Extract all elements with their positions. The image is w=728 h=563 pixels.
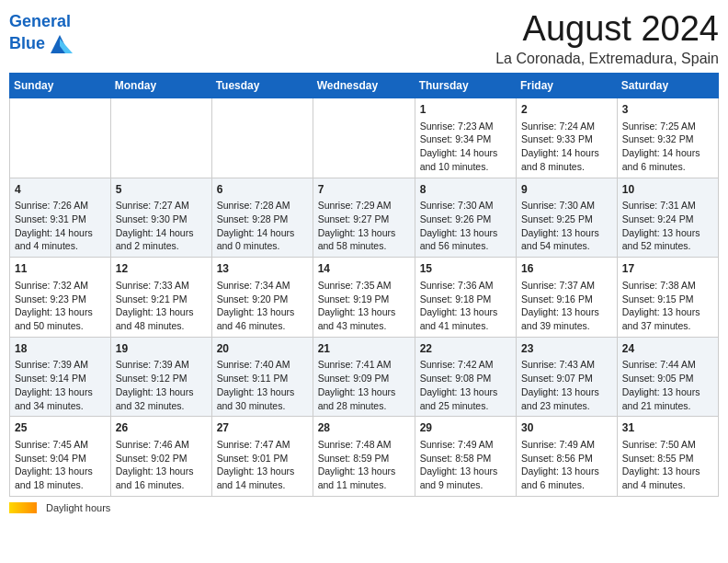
calendar-cell: 29Sunrise: 7:49 AMSunset: 8:58 PMDayligh… xyxy=(415,417,516,497)
weekday-header-friday: Friday xyxy=(517,74,618,98)
weekday-header-tuesday: Tuesday xyxy=(211,74,313,98)
calendar-cell: 6Sunrise: 7:28 AMSunset: 9:28 PMDaylight… xyxy=(211,178,313,258)
calendar-cell: 2Sunrise: 7:24 AMSunset: 9:33 PMDaylight… xyxy=(517,98,618,178)
day-number: 10 xyxy=(622,182,713,198)
day-info: Sunrise: 7:47 AMSunset: 9:01 PMDaylight:… xyxy=(217,438,308,492)
calendar-cell: 14Sunrise: 7:35 AMSunset: 9:19 PMDayligh… xyxy=(313,258,415,338)
day-number: 15 xyxy=(420,261,511,277)
day-info: Sunrise: 7:39 AMSunset: 9:12 PMDaylight:… xyxy=(116,358,207,412)
day-number: 17 xyxy=(622,261,713,277)
day-number: 19 xyxy=(116,341,207,357)
calendar-table: SundayMondayTuesdayWednesdayThursdayFrid… xyxy=(9,73,719,497)
day-info: Sunrise: 7:40 AMSunset: 9:11 PMDaylight:… xyxy=(217,358,308,412)
calendar-week-row: 1Sunrise: 7:23 AMSunset: 9:34 PMDaylight… xyxy=(10,98,719,178)
day-number: 4 xyxy=(15,182,106,198)
day-number: 8 xyxy=(420,182,511,198)
day-info: Sunrise: 7:49 AMSunset: 8:56 PMDaylight:… xyxy=(521,438,612,492)
location-subtitle: La Coronada, Extremadura, Spain xyxy=(495,51,719,67)
day-info: Sunrise: 7:36 AMSunset: 9:18 PMDaylight:… xyxy=(420,279,511,333)
day-number: 6 xyxy=(217,182,308,198)
footer: Daylight hours xyxy=(9,502,719,513)
calendar-cell: 19Sunrise: 7:39 AMSunset: 9:12 PMDayligh… xyxy=(110,337,211,417)
calendar-cell xyxy=(10,98,111,178)
day-number: 27 xyxy=(217,420,308,436)
day-info: Sunrise: 7:48 AMSunset: 8:59 PMDaylight:… xyxy=(318,438,410,492)
day-info: Sunrise: 7:42 AMSunset: 9:08 PMDaylight:… xyxy=(420,358,511,412)
day-number: 11 xyxy=(15,261,106,277)
day-number: 26 xyxy=(116,420,207,436)
day-info: Sunrise: 7:45 AMSunset: 9:04 PMDaylight:… xyxy=(15,438,106,492)
day-number: 7 xyxy=(318,182,410,198)
day-number: 23 xyxy=(521,341,612,357)
day-info: Sunrise: 7:29 AMSunset: 9:27 PMDaylight:… xyxy=(318,199,410,253)
calendar-cell: 8Sunrise: 7:30 AMSunset: 9:26 PMDaylight… xyxy=(415,178,516,258)
day-info: Sunrise: 7:25 AMSunset: 9:32 PMDaylight:… xyxy=(622,120,713,174)
day-number: 16 xyxy=(521,261,612,277)
day-info: Sunrise: 7:30 AMSunset: 9:25 PMDaylight:… xyxy=(521,199,612,253)
calendar-cell: 30Sunrise: 7:49 AMSunset: 8:56 PMDayligh… xyxy=(517,417,618,497)
day-number: 30 xyxy=(521,420,612,436)
daylight-bar-icon xyxy=(9,502,37,513)
calendar-cell: 15Sunrise: 7:36 AMSunset: 9:18 PMDayligh… xyxy=(415,258,516,338)
title-area: August 2024 La Coronada, Extremadura, Sp… xyxy=(495,9,719,67)
day-number: 5 xyxy=(116,182,207,198)
day-info: Sunrise: 7:28 AMSunset: 9:28 PMDaylight:… xyxy=(217,199,308,253)
day-number: 20 xyxy=(217,341,308,357)
day-number: 22 xyxy=(420,341,511,357)
day-info: Sunrise: 7:39 AMSunset: 9:14 PMDaylight:… xyxy=(15,358,106,412)
day-number: 1 xyxy=(420,102,511,118)
day-info: Sunrise: 7:24 AMSunset: 9:33 PMDaylight:… xyxy=(521,120,612,174)
calendar-cell: 27Sunrise: 7:47 AMSunset: 9:01 PMDayligh… xyxy=(211,417,313,497)
logo-blue: Blue xyxy=(9,34,45,52)
day-number: 2 xyxy=(521,102,612,118)
calendar-cell: 5Sunrise: 7:27 AMSunset: 9:30 PMDaylight… xyxy=(110,178,211,258)
day-info: Sunrise: 7:30 AMSunset: 9:26 PMDaylight:… xyxy=(420,199,511,253)
day-number: 25 xyxy=(15,420,106,436)
weekday-header-row: SundayMondayTuesdayWednesdayThursdayFrid… xyxy=(10,74,719,98)
calendar-cell: 12Sunrise: 7:33 AMSunset: 9:21 PMDayligh… xyxy=(110,258,211,338)
day-info: Sunrise: 7:50 AMSunset: 8:55 PMDaylight:… xyxy=(622,438,713,492)
calendar-cell: 26Sunrise: 7:46 AMSunset: 9:02 PMDayligh… xyxy=(110,417,211,497)
logo-icon xyxy=(47,31,73,57)
weekday-header-wednesday: Wednesday xyxy=(313,74,415,98)
day-number: 29 xyxy=(420,420,511,436)
day-number: 18 xyxy=(15,341,106,357)
calendar-cell: 23Sunrise: 7:43 AMSunset: 9:07 PMDayligh… xyxy=(517,337,618,417)
calendar-week-row: 18Sunrise: 7:39 AMSunset: 9:14 PMDayligh… xyxy=(10,337,719,417)
calendar-cell: 10Sunrise: 7:31 AMSunset: 9:24 PMDayligh… xyxy=(617,178,718,258)
calendar-cell: 24Sunrise: 7:44 AMSunset: 9:05 PMDayligh… xyxy=(617,337,718,417)
calendar-cell: 1Sunrise: 7:23 AMSunset: 9:34 PMDaylight… xyxy=(415,98,516,178)
calendar-week-row: 4Sunrise: 7:26 AMSunset: 9:31 PMDaylight… xyxy=(10,178,719,258)
calendar-cell xyxy=(313,98,415,178)
weekday-header-sunday: Sunday xyxy=(10,74,111,98)
weekday-header-saturday: Saturday xyxy=(617,74,718,98)
calendar-cell: 20Sunrise: 7:40 AMSunset: 9:11 PMDayligh… xyxy=(211,337,313,417)
day-info: Sunrise: 7:27 AMSunset: 9:30 PMDaylight:… xyxy=(116,199,207,253)
day-number: 21 xyxy=(318,341,410,357)
daylight-label: Daylight hours xyxy=(46,502,110,513)
calendar-cell xyxy=(110,98,211,178)
day-info: Sunrise: 7:26 AMSunset: 9:31 PMDaylight:… xyxy=(15,199,106,253)
calendar-cell: 17Sunrise: 7:38 AMSunset: 9:15 PMDayligh… xyxy=(617,258,718,338)
month-year-title: August 2024 xyxy=(495,9,719,49)
calendar-week-row: 25Sunrise: 7:45 AMSunset: 9:04 PMDayligh… xyxy=(10,417,719,497)
day-info: Sunrise: 7:46 AMSunset: 9:02 PMDaylight:… xyxy=(116,438,207,492)
calendar-cell: 16Sunrise: 7:37 AMSunset: 9:16 PMDayligh… xyxy=(517,258,618,338)
logo: General Blue xyxy=(9,13,73,57)
header: General Blue August 2024 La Coronada, Ex… xyxy=(9,9,719,67)
day-number: 24 xyxy=(622,341,713,357)
calendar-cell: 13Sunrise: 7:34 AMSunset: 9:20 PMDayligh… xyxy=(211,258,313,338)
calendar-cell: 28Sunrise: 7:48 AMSunset: 8:59 PMDayligh… xyxy=(313,417,415,497)
calendar-cell: 4Sunrise: 7:26 AMSunset: 9:31 PMDaylight… xyxy=(10,178,111,258)
day-info: Sunrise: 7:41 AMSunset: 9:09 PMDaylight:… xyxy=(318,358,410,412)
day-info: Sunrise: 7:38 AMSunset: 9:15 PMDaylight:… xyxy=(622,279,713,333)
day-info: Sunrise: 7:44 AMSunset: 9:05 PMDaylight:… xyxy=(622,358,713,412)
calendar-cell: 9Sunrise: 7:30 AMSunset: 9:25 PMDaylight… xyxy=(517,178,618,258)
day-number: 13 xyxy=(217,261,308,277)
calendar-cell: 18Sunrise: 7:39 AMSunset: 9:14 PMDayligh… xyxy=(10,337,111,417)
logo-general: General xyxy=(9,12,71,30)
calendar-cell xyxy=(211,98,313,178)
day-number: 9 xyxy=(521,182,612,198)
calendar-cell: 31Sunrise: 7:50 AMSunset: 8:55 PMDayligh… xyxy=(617,417,718,497)
day-info: Sunrise: 7:32 AMSunset: 9:23 PMDaylight:… xyxy=(15,279,106,333)
